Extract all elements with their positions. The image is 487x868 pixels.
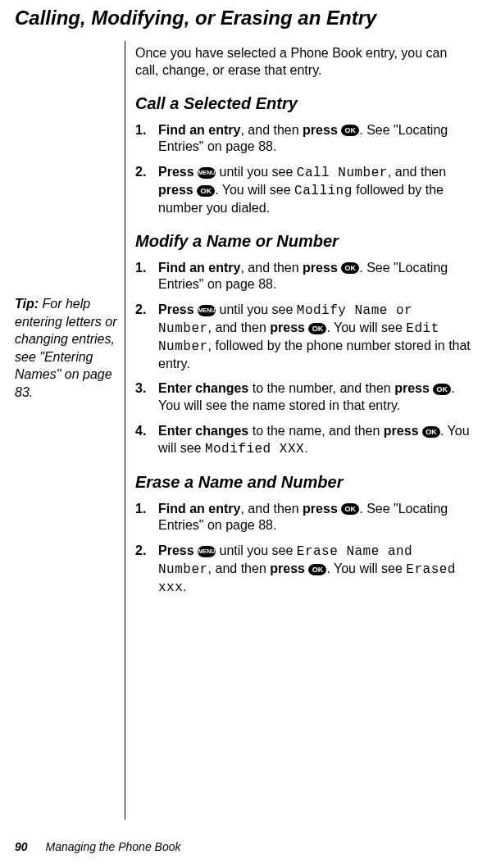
text-run: . You will see: [326, 561, 406, 575]
menu-button-icon: MENU: [198, 167, 216, 179]
steps-list: Find an entry, and then press OK. See "L…: [135, 122, 472, 217]
bold-text: Enter changes: [158, 424, 248, 438]
bold-text: Press: [158, 302, 194, 316]
bold-text: press: [394, 381, 430, 395]
intro-paragraph: Once you have selected a Phone Book entr…: [135, 45, 472, 80]
sidebar-tip: Tip: For help entering letters or changi…: [15, 295, 120, 402]
section-heading: Call a Selected Entry: [135, 93, 472, 114]
ok-button-icon: OK: [422, 426, 440, 438]
bold-text: Find an entry: [158, 261, 240, 275]
bold-text: press: [158, 183, 193, 197]
bold-text: press: [303, 123, 338, 137]
text-run: , and then: [208, 561, 271, 575]
bold-text: Press: [158, 543, 194, 557]
page-number: 90: [15, 840, 28, 853]
ok-button-icon: OK: [341, 262, 359, 274]
bold-text: Enter changes: [158, 381, 248, 395]
bold-text: Find an entry: [158, 502, 240, 516]
lcd-text: Call Number: [297, 166, 388, 180]
step-item: Press MENU until you see Call Number, an…: [135, 164, 472, 216]
menu-button-icon: MENU: [198, 305, 216, 316]
ok-button-icon: OK: [197, 185, 215, 197]
text-run: .: [304, 441, 307, 455]
text-run: until you see: [216, 165, 297, 179]
text-run: , and then: [208, 320, 271, 334]
text-run: . You will see: [326, 320, 406, 334]
ok-button-icon: OK: [433, 384, 451, 395]
text-run: .: [183, 579, 186, 593]
section-heading: Erase a Name and Number: [135, 471, 472, 493]
chapter-name: Managing the Phone Book: [45, 840, 180, 853]
lcd-text: Modified XXX: [205, 442, 304, 457]
ok-button-icon: OK: [341, 125, 359, 136]
sections-container: Call a Selected EntryFind an entry, and …: [135, 93, 472, 597]
text-run: , and then: [240, 123, 303, 137]
step-item: Find an entry, and then press OK. See "L…: [135, 501, 472, 535]
text-run: , and then: [240, 261, 303, 275]
bold-text: Find an entry: [158, 123, 240, 137]
ok-button-icon: OK: [308, 323, 326, 334]
bold-text: press: [270, 561, 305, 575]
ok-button-icon: OK: [341, 503, 359, 515]
bold-text: press: [303, 502, 338, 516]
bold-text: press: [384, 424, 419, 438]
ok-button-icon: OK: [308, 564, 326, 575]
step-item: Find an entry, and then press OK. See "L…: [135, 260, 472, 294]
step-item: Press MENU until you see Modify Name or …: [135, 302, 472, 372]
bold-text: press: [270, 320, 305, 334]
page-title: Calling, Modifying, or Erasing an Entry: [15, 7, 472, 30]
tip-text: For help entering letters or changing en…: [15, 297, 117, 399]
text-run: to the name, and then: [248, 424, 384, 438]
text-run: . You will see: [215, 183, 294, 197]
vertical-divider: [125, 41, 125, 820]
step-item: Find an entry, and then press OK. See "L…: [135, 122, 472, 157]
page-footer: 90 Managing the Phone Book: [15, 840, 180, 853]
steps-list: Find an entry, and then press OK. See "L…: [135, 501, 472, 597]
step-item: Press MENU until you see Erase Name and …: [135, 543, 472, 596]
text-run: until you see: [216, 302, 297, 316]
text-run: , and then: [240, 502, 303, 516]
text-run: , and then: [388, 165, 446, 179]
step-item: Enter changes to the number, and then pr…: [135, 380, 472, 415]
step-item: Enter changes to the name, and then pres…: [135, 423, 472, 458]
page: Calling, Modifying, or Erasing an Entry …: [0, 0, 487, 868]
main-content: Once you have selected a Phone Book entr…: [135, 45, 472, 605]
steps-list: Find an entry, and then press OK. See "L…: [135, 260, 472, 458]
text-run: until you see: [216, 543, 297, 557]
text-run: to the number, and then: [248, 381, 394, 395]
bold-text: press: [303, 261, 338, 275]
menu-button-icon: MENU: [198, 546, 216, 557]
section-heading: Modify a Name or Number: [135, 230, 472, 252]
lcd-text: Calling: [294, 184, 353, 198]
tip-label: Tip:: [15, 297, 39, 311]
bold-text: Press: [158, 165, 194, 179]
